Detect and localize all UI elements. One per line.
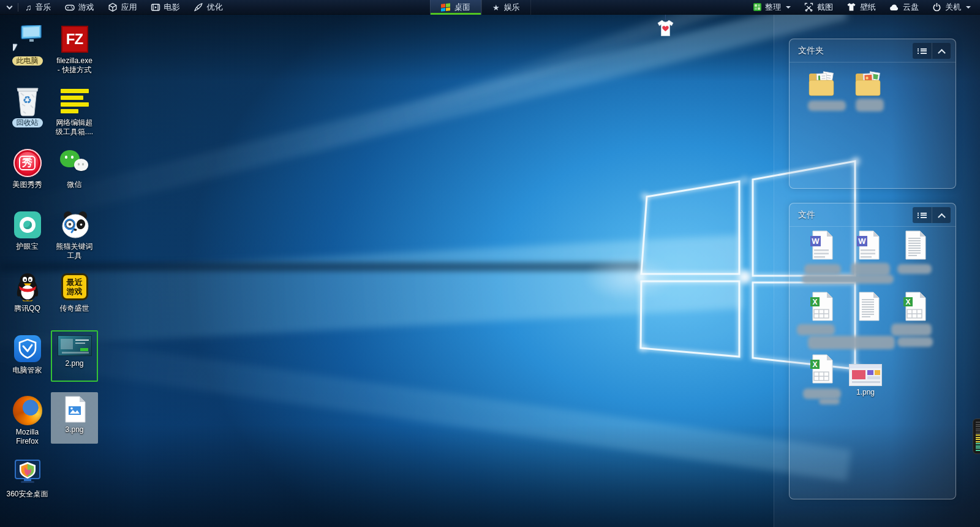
censored-label: [856, 99, 884, 112]
list-icon: [918, 211, 927, 219]
file-item-text[interactable]: [892, 230, 937, 260]
censored-label: [819, 398, 840, 404]
this-pc-icon: [13, 22, 42, 56]
menu-music-label: 音乐: [36, 2, 51, 13]
file-item-1png[interactable]: 1.png: [843, 364, 888, 396]
chevron-up-icon: [938, 213, 946, 221]
cloud-drive-button[interactable]: 云盘: [883, 0, 925, 15]
organize-button[interactable]: 整理: [747, 0, 797, 15]
censored-label: [797, 324, 835, 335]
meitu-icon: 秀: [13, 146, 42, 180]
folder-item[interactable]: [801, 70, 845, 98]
svg-text:X: X: [905, 298, 910, 306]
word-file-icon: W: [810, 230, 833, 260]
menu-apps-label: 应用: [121, 2, 137, 13]
eye-icon: [14, 208, 41, 242]
censored-label: [804, 264, 841, 275]
desktop-icon-filezilla[interactable]: FZ filezilla.exe - 快捷方式: [51, 21, 98, 83]
folder-item[interactable]: [847, 70, 891, 98]
desktop-icon-label: 2.png: [65, 359, 83, 368]
light-beam: [21, 15, 848, 224]
desktop-icon-qq[interactable]: 腾讯QQ: [4, 268, 51, 330]
desktop-icon-this-pc[interactable]: 此电脑: [4, 21, 51, 83]
desktop-icon-label: filezilla.exe: [56, 56, 92, 66]
tab-entertainment-label: 娱乐: [504, 2, 520, 13]
list-icon: [918, 47, 927, 55]
tab-desktop-label: 桌面: [454, 2, 470, 13]
folders-panel: 文件夹: [789, 39, 956, 189]
desktop-icon-legend-game[interactable]: 最近 游戏 传奇盛世: [51, 268, 98, 330]
word-file-icon: W: [856, 230, 880, 260]
svg-text:W: W: [858, 237, 866, 246]
censored-label: [808, 100, 846, 111]
shield-check-icon: [14, 332, 41, 366]
panel-header-buttons: [913, 43, 951, 59]
menu-optimize[interactable]: 优化: [187, 0, 230, 15]
file-item-excel[interactable]: X: [799, 354, 843, 384]
screen: ♫ 音乐 游戏 应用: [0, 0, 980, 527]
menu-games[interactable]: 游戏: [58, 0, 101, 15]
desktop-icon-firefox[interactable]: Mozilla Firefox: [4, 392, 51, 454]
wallpaper-button[interactable]: 壁纸: [840, 0, 883, 15]
desktop-icon-web-toolbox[interactable]: 网络编辑超级工具箱....: [51, 83, 98, 145]
list-view-button[interactable]: [913, 207, 932, 223]
text-file-icon: [856, 292, 880, 321]
menu-movies[interactable]: 电影: [144, 0, 187, 15]
star-icon: ★: [492, 3, 500, 12]
desktop-icon-pc-manager[interactable]: 电脑管家: [4, 330, 51, 392]
desktop-icon-3png-selected[interactable]: 3.png: [51, 392, 98, 444]
desktop-icon-label: 电脑管家: [13, 366, 42, 375]
light-beam: [0, 328, 851, 481]
collapse-panel-button[interactable]: [932, 207, 951, 223]
files-panel-title: 文件: [798, 210, 815, 221]
desktop-icon-grid: 此电脑 FZ filezilla.exe - 快捷方式 ♻ 回收站: [4, 21, 98, 516]
desktop-icon-meitu[interactable]: 秀 美图秀秀: [4, 145, 51, 207]
text-file-icon: [903, 230, 926, 260]
rocket-icon: [194, 2, 203, 12]
svg-text:X: X: [812, 298, 817, 306]
desktop-icon-label: 360安全桌面: [6, 490, 48, 499]
windows-logo-icon: [441, 3, 450, 12]
folder-photos-icon: [853, 70, 885, 98]
desktop-icon-label: 3.png: [65, 425, 83, 434]
list-view-button[interactable]: [913, 43, 932, 59]
menu-music[interactable]: ♫ 音乐: [18, 0, 58, 15]
heart-tshirt-icon: [657, 20, 674, 38]
chevron-up-icon: [938, 48, 946, 56]
files-panel: 文件 W: [789, 203, 956, 499]
desktop-icon-360-desktop[interactable]: 360安全桌面: [4, 454, 51, 516]
file-item-excel[interactable]: X: [799, 292, 843, 321]
power-button[interactable]: 关机: [925, 0, 978, 15]
file-item-word[interactable]: W: [799, 230, 843, 260]
panda-icon: [59, 208, 90, 242]
censored-label: [808, 336, 895, 349]
screenshot-label: 截图: [817, 2, 833, 13]
film-icon: [151, 2, 160, 12]
collapse-chevron-icon[interactable]: [7, 3, 13, 9]
desktop-icon-label: 传奇盛世: [60, 304, 89, 313]
monitor-shield-icon: [12, 455, 43, 490]
cloud-icon: [889, 3, 899, 12]
folders-panel-title: 文件夹: [798, 45, 824, 56]
wallpaper-shirt-hanger[interactable]: [657, 15, 674, 40]
menu-apps[interactable]: 应用: [101, 0, 144, 15]
hanger-string: [665, 15, 666, 20]
collapse-panel-button[interactable]: [932, 43, 951, 59]
desktop-icon-wechat[interactable]: 微信: [51, 145, 98, 207]
tab-desktop[interactable]: 桌面: [430, 0, 481, 15]
recycle-bin-icon: ♻: [13, 84, 42, 118]
equalizer-side-widget[interactable]: [973, 419, 980, 454]
desktop-icon-panda-keyword-tool[interactable]: 熊猫关键词工具: [51, 207, 98, 268]
file-item-text[interactable]: [846, 292, 890, 321]
desktop-icon-recycle-bin[interactable]: ♻ 回收站: [4, 83, 51, 145]
file-item-word[interactable]: W: [846, 230, 890, 260]
censored-label: [802, 275, 894, 284]
tab-entertainment[interactable]: ★ 娱乐: [481, 0, 531, 15]
desktop-icon-label: 回收站: [12, 118, 43, 127]
screenshot-button[interactable]: 截图: [797, 0, 840, 15]
censored-label: [851, 263, 890, 276]
desktop-icon-eyecare[interactable]: 护眼宝: [4, 207, 51, 268]
filezilla-icon: FZ: [61, 22, 88, 56]
desktop-icon-2png-selected[interactable]: 2.png: [51, 330, 98, 382]
file-item-excel[interactable]: X: [892, 292, 937, 321]
